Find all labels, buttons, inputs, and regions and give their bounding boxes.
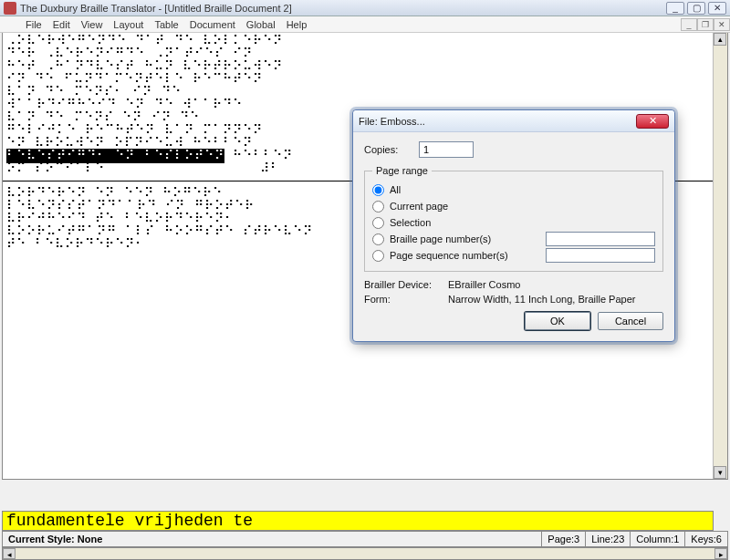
scroll-right-icon[interactable]: ▸: [714, 548, 727, 559]
device-label: Brailler Device:: [364, 279, 448, 290]
mdi-close[interactable]: ✕: [714, 18, 730, 31]
menu-file[interactable]: File: [20, 19, 47, 30]
menu-table[interactable]: Table: [149, 19, 183, 30]
copies-label: Copies:: [364, 144, 419, 155]
horizontal-scrollbar[interactable]: ◂ ▸: [2, 547, 728, 560]
dialog-body: Copies: Page range All Current page Sele…: [353, 132, 674, 341]
dialog-titlebar[interactable]: File: Emboss... ✕: [353, 110, 674, 132]
scroll-up-icon[interactable]: ▴: [714, 33, 726, 46]
form-label: Form:: [364, 294, 448, 305]
status-column: Column:1: [631, 532, 685, 546]
dialog-title: File: Emboss...: [359, 116, 425, 127]
cancel-button[interactable]: Cancel: [598, 312, 663, 330]
app-icon: [4, 2, 16, 15]
radio-seq-nums-label: Page sequence number(s): [390, 250, 508, 261]
minimize-button[interactable]: _: [666, 2, 684, 15]
menu-edit[interactable]: Edit: [47, 19, 76, 30]
seq-nums-input[interactable]: [546, 248, 655, 263]
radio-selection-label: Selection: [390, 217, 431, 228]
page-range-fieldset: Page range All Current page Selection Br…: [364, 165, 663, 272]
status-page: Page:3: [542, 532, 586, 546]
radio-selection[interactable]: [372, 217, 384, 229]
mdi-doc-icon: [4, 19, 15, 30]
ok-button[interactable]: OK: [525, 312, 590, 330]
dialog-close-button[interactable]: ✕: [636, 114, 669, 129]
menu-help[interactable]: Help: [281, 19, 313, 30]
window-controls: _ ▢ ✕: [666, 2, 726, 15]
close-button[interactable]: ✕: [708, 2, 726, 15]
status-keys: Keys:6: [685, 532, 727, 546]
mdi-minimize[interactable]: _: [681, 18, 697, 31]
menu-bar: File Edit View Layout Table Document Glo…: [0, 16, 730, 33]
status-line: Line:23: [586, 532, 631, 546]
vertical-scrollbar[interactable]: ▴ ▾: [713, 33, 727, 479]
radio-seq-nums[interactable]: [372, 250, 384, 262]
maximize-button[interactable]: ▢: [687, 2, 705, 15]
menu-global[interactable]: Global: [241, 19, 281, 30]
title-bar: The Duxbury Braille Translator - [Untitl…: [0, 0, 730, 16]
mdi-restore[interactable]: ❐: [697, 18, 714, 31]
scroll-left-icon[interactable]: ◂: [3, 548, 16, 559]
status-bar: Current Style: None Page:3 Line:23 Colum…: [2, 531, 728, 547]
radio-braille-nums-label: Braille page number(s): [390, 233, 491, 244]
menu-layout[interactable]: Layout: [108, 19, 149, 30]
translated-line: fundamentele vrijheden te: [2, 511, 714, 531]
radio-current-label: Current page: [390, 201, 448, 212]
status-style: Current Style: None: [3, 532, 542, 546]
menu-document[interactable]: Document: [184, 19, 241, 30]
form-value: Narrow Width, 11 Inch Long, Braille Pape…: [448, 294, 635, 305]
scroll-down-icon[interactable]: ▾: [714, 466, 726, 479]
radio-current[interactable]: [372, 201, 384, 213]
device-value: EBrailler Cosmo: [448, 279, 520, 290]
radio-braille-nums[interactable]: [372, 233, 384, 245]
radio-all[interactable]: [372, 184, 384, 196]
mdi-controls: _ ❐ ✕: [681, 18, 730, 31]
braille-nums-input[interactable]: [546, 232, 655, 246]
copies-input[interactable]: [419, 141, 474, 158]
window-title: The Duxbury Braille Translator - [Untitl…: [20, 3, 666, 14]
emboss-dialog: File: Emboss... ✕ Copies: Page range All…: [352, 109, 675, 342]
menu-view[interactable]: View: [76, 19, 109, 30]
radio-all-label: All: [390, 184, 401, 195]
page-range-legend: Page range: [372, 165, 432, 176]
